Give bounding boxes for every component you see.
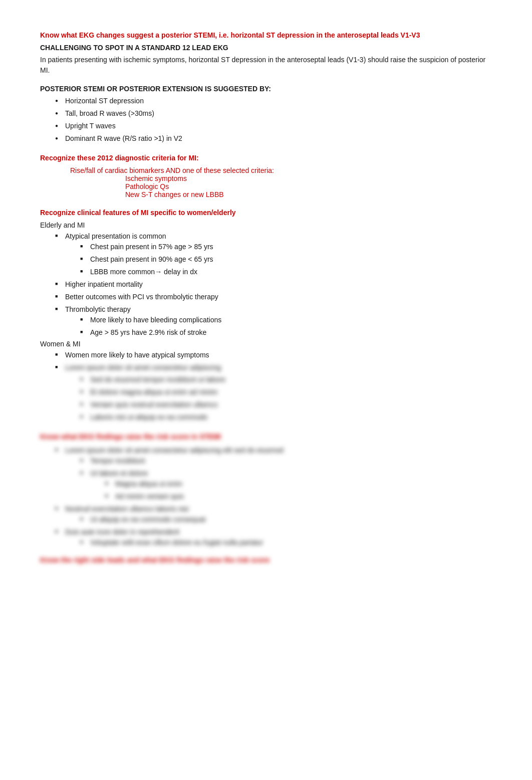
list-item: Lorem ipsum dolor sit amet consectetur a… (55, 445, 492, 502)
women-list: Women more likely to have atypical sympt… (55, 350, 492, 423)
thrombolytic-sub-list: More likely to have bleeding complicatio… (80, 315, 492, 338)
diagnostic-item-st-changes: New S-T changes or new LBBB (125, 190, 492, 199)
elderly-heading: Elderly and MI (40, 221, 492, 229)
diagnostic-block: Rise/fall of cardiac biomarkers AND one … (70, 166, 492, 199)
section-diagnostic-criteria: Recognize these 2012 diagnostic criteria… (40, 153, 492, 199)
diagnostic-item-pathologic: Pathologic Qs (125, 182, 492, 190)
list-item: Nostrud exercitation ullamco laboris nis… (55, 504, 492, 525)
heading-posterior-stemi: POSTERIOR STEMI OR POSTERIOR EXTENSION I… (40, 85, 492, 93)
list-item: More likely to have bleeding complicatio… (80, 315, 492, 325)
heading-ekg-changes: Know what EKG changes suggest a posterio… (40, 30, 492, 41)
diagnostic-sub1: Rise/fall of cardiac biomarkers AND one … (70, 166, 492, 174)
women-heading: Women & MI (40, 340, 492, 348)
heading-2012-criteria: Recognize these 2012 diagnostic criteria… (40, 153, 492, 163)
diagnostic-sub-items: Ischemic symptoms Pathologic Qs New S-T … (125, 174, 492, 199)
list-item-thrombolytic: Thrombolytic therapy More likely to have… (55, 304, 492, 338)
list-item-women-blurred: Lorem ipsum dolor sit amet consectetur a… (55, 362, 492, 423)
list-item-higher-mortality: Higher inpatient mortality (55, 279, 492, 290)
list-item-atypical: Atypical presentation is common Chest pa… (55, 231, 492, 277)
list-item: Chest pain present in 57% age > 85 yrs (80, 242, 492, 252)
diagnostic-item-ischemic: Ischemic symptoms (125, 174, 492, 182)
list-item: Horizontal ST depression (55, 96, 492, 106)
blurred-heading-6: Know the right side leads and what EKG f… (40, 555, 492, 565)
blurred-heading-5: Know what EKG findings raise the risk sc… (40, 432, 492, 442)
section-blurred-6: Know the right side leads and what EKG f… (40, 555, 492, 565)
list-item: LBBB more common→ delay in dx (80, 267, 492, 277)
list-item: Upright T waves (55, 121, 492, 131)
atypical-sub-list: Chest pain present in 57% age > 85 yrs C… (80, 242, 492, 277)
list-item: Dominant R wave (R/S ratio >1) in V2 (55, 133, 492, 144)
section-clinical-features: Recognize clinical features of MI specif… (40, 208, 492, 423)
list-item: Tall, broad R waves (>30ms) (55, 108, 492, 119)
list-item: Chest pain present in 90% age < 65 yrs (80, 254, 492, 265)
list-item: Duis aute irure dolor in reprehenderit V… (55, 527, 492, 548)
list-item: Tempor incididunt (80, 456, 492, 466)
elderly-list: Atypical presentation is common Chest pa… (55, 231, 492, 338)
section-posterior-suggested: POSTERIOR STEMI OR POSTERIOR EXTENSION I… (40, 85, 492, 144)
section-blurred-5: Know what EKG findings raise the risk sc… (40, 432, 492, 548)
list-item-women-atypical: Women more likely to have atypical sympt… (55, 350, 492, 360)
list-item: Age > 85 yrs have 2.9% risk of stroke (80, 327, 492, 338)
posterior-stemi-list: Horizontal ST depression Tall, broad R w… (55, 96, 492, 144)
heading-challenging: CHALLENGING TO SPOT IN A STANDARD 12 LEA… (40, 44, 492, 52)
body-ischemic-symptoms: In patients presenting with ischemic sym… (40, 55, 492, 76)
section-posterior-stemi: Know what EKG changes suggest a posterio… (40, 30, 492, 76)
heading-clinical-features: Recognize clinical features of MI specif… (40, 208, 492, 218)
blurred-content-1: Lorem ipsum dolor sit amet consectetur a… (65, 362, 492, 423)
list-item-better-outcomes: Better outcomes with PCI vs thrombolytic… (55, 292, 492, 302)
